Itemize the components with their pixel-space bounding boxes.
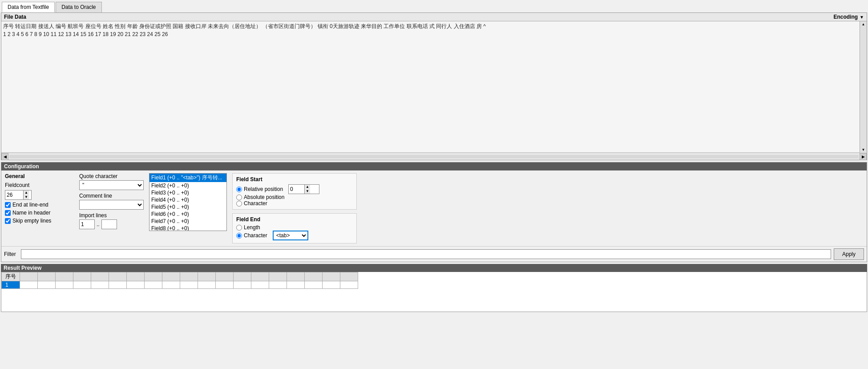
fieldcount-down-button[interactable]: ▼: [24, 195, 29, 199]
quote-char-select[interactable]: ": [79, 180, 144, 190]
name-in-header-label: Name in header: [12, 210, 50, 216]
file-data-vscroll[interactable]: ▲ ▼: [860, 21, 867, 153]
result-cell-0-4[interactable]: [73, 281, 91, 289]
skip-empty-lines-label: Skip empty lines: [12, 218, 51, 224]
field-list-item-3[interactable]: Field4 (+0 .. +0): [149, 196, 226, 203]
position-spinner[interactable]: 0 ▲ ▼: [288, 184, 319, 194]
result-col-6: [109, 272, 127, 281]
result-cell-0-16[interactable]: [287, 281, 305, 289]
result-cell-0-15[interactable]: [269, 281, 287, 289]
file-data-content[interactable]: 序号 转运日期 接送人 编号 航班号 座位号 姓名 性别 年龄 身份证或护照 国…: [1, 21, 860, 153]
config-title: Configuration: [4, 163, 39, 170]
absolute-position-radio[interactable]: [236, 195, 242, 200]
file-data-row-1: 序号 转运日期 接送人 编号 航班号 座位号 姓名 性别 年龄 身份证或护照 国…: [3, 22, 858, 30]
result-cell-0-18[interactable]: [323, 281, 340, 289]
result-cell-0-14[interactable]: [251, 281, 269, 289]
result-cell-0-7[interactable]: [127, 281, 145, 289]
field-list-group: Field1 (+0 .. "<tab>") 序号转... Field2 (+0…: [149, 173, 227, 243]
result-col-8: [145, 272, 162, 281]
field-config-group: Field Start Relative position 0 ▲ ▼: [232, 173, 357, 243]
result-col-7: [127, 272, 145, 281]
hscroll-left-icon[interactable]: ◀: [1, 153, 8, 160]
character-end-label: Character: [244, 232, 267, 239]
character-start-row: Character: [236, 200, 353, 207]
result-cell-0-17[interactable]: [305, 281, 323, 289]
result-cell-0-2[interactable]: [38, 281, 56, 289]
result-cell-0-0[interactable]: 1: [2, 281, 20, 289]
character-start-label: Character: [244, 200, 267, 207]
field-list-item-4[interactable]: Field5 (+0 .. +0): [149, 203, 226, 211]
position-down-button[interactable]: ▼: [305, 189, 310, 194]
result-col-10: [180, 272, 198, 281]
table-row: 1: [2, 281, 358, 289]
result-cell-0-10[interactable]: [180, 281, 198, 289]
hscroll-track[interactable]: [9, 155, 859, 158]
result-cell-0-6[interactable]: [109, 281, 127, 289]
field-end-section: Field End Length Character <tab>: [232, 213, 357, 243]
field-list-item-0[interactable]: Field1 (+0 .. "<tab>") 序号转...: [149, 174, 226, 182]
result-col-15: [269, 272, 287, 281]
field-list-item-7[interactable]: Field8 (+0 .. +0): [149, 225, 226, 231]
result-cell-0-5[interactable]: [91, 281, 109, 289]
fieldcount-input[interactable]: 26: [5, 191, 23, 199]
position-up-button[interactable]: ▲: [305, 185, 310, 189]
config-panel: Configuration General Fieldcount 26 ▲ ▼: [1, 162, 867, 262]
field-list-item-6[interactable]: Field7 (+0 .. +0): [149, 218, 226, 225]
tab-data-from-textfile[interactable]: Data from Textfile: [2, 2, 55, 12]
comment-line-label: Comment line: [79, 193, 144, 199]
result-col-11: [198, 272, 216, 281]
end-at-line-end-row: End at line-end: [5, 202, 74, 208]
tab-data-to-oracle[interactable]: Data to Oracle: [56, 2, 101, 12]
import-lines-to-input[interactable]: [101, 219, 117, 229]
fieldcount-up-button[interactable]: ▲: [24, 191, 29, 195]
result-title: Result Preview: [4, 265, 41, 271]
character-start-radio[interactable]: [236, 201, 242, 207]
position-input[interactable]: 0: [289, 185, 304, 194]
vscroll-up-icon[interactable]: ▲: [862, 22, 865, 26]
result-cell-0-11[interactable]: [198, 281, 216, 289]
result-panel: Result Preview 序号: [1, 264, 867, 312]
relative-position-radio[interactable]: [236, 187, 242, 192]
vscroll-down-icon[interactable]: ▼: [862, 148, 865, 152]
result-table-header-row: 序号: [2, 272, 358, 281]
name-in-header-checkbox[interactable]: [5, 210, 11, 216]
result-col-12: [216, 272, 234, 281]
field-list[interactable]: Field1 (+0 .. "<tab>") 序号转... Field2 (+0…: [149, 173, 227, 231]
result-cell-0-19[interactable]: [340, 281, 358, 289]
result-col-0: 序号: [2, 272, 20, 281]
character-end-radio[interactable]: [236, 233, 242, 239]
result-cell-0-8[interactable]: [145, 281, 162, 289]
length-radio[interactable]: [236, 225, 242, 231]
field-list-item-5[interactable]: Field6 (+0 .. +0): [149, 211, 226, 218]
filter-input[interactable]: [21, 249, 831, 259]
file-data-hscrollbar[interactable]: ◀ ▶: [1, 153, 867, 160]
field-list-item-2[interactable]: Field3 (+0 .. +0): [149, 189, 226, 196]
quote-char-row: Quote character ": [79, 173, 144, 190]
char-end-select[interactable]: <tab>: [273, 231, 308, 240]
fieldcount-spinner[interactable]: 26 ▲ ▼: [5, 190, 32, 200]
encoding-expand-icon[interactable]: ▼: [860, 15, 864, 20]
field-list-item-1[interactable]: Field2 (+0 .. +0): [149, 182, 226, 189]
skip-empty-lines-row: Skip empty lines: [5, 218, 74, 224]
hscroll-right-icon[interactable]: ▶: [860, 153, 867, 160]
config-body: General Fieldcount 26 ▲ ▼ End at line-en…: [1, 170, 867, 246]
filter-label: Filter: [4, 251, 18, 257]
result-table-wrap[interactable]: 序号: [1, 272, 867, 312]
file-data-title: File Data: [4, 14, 26, 20]
skip-empty-lines-checkbox[interactable]: [5, 218, 11, 224]
character-end-row: Character <tab>: [236, 231, 353, 240]
result-col-17: [305, 272, 323, 281]
import-lines-from-input[interactable]: 1: [79, 219, 95, 229]
relative-position-label: Relative position: [244, 186, 283, 192]
result-cell-0-13[interactable]: [234, 281, 251, 289]
result-cell-0-12[interactable]: [216, 281, 234, 289]
end-at-line-end-checkbox[interactable]: [5, 202, 11, 208]
comment-line-select[interactable]: [79, 200, 144, 210]
position-spin-buttons: ▲ ▼: [304, 185, 310, 194]
fieldcount-label: Fieldcount: [5, 182, 29, 188]
result-cell-0-9[interactable]: [162, 281, 180, 289]
result-cell-0-1[interactable]: [20, 281, 38, 289]
fieldcount-row: Fieldcount: [5, 182, 74, 188]
apply-button[interactable]: Apply: [834, 248, 864, 260]
result-cell-0-3[interactable]: [56, 281, 73, 289]
